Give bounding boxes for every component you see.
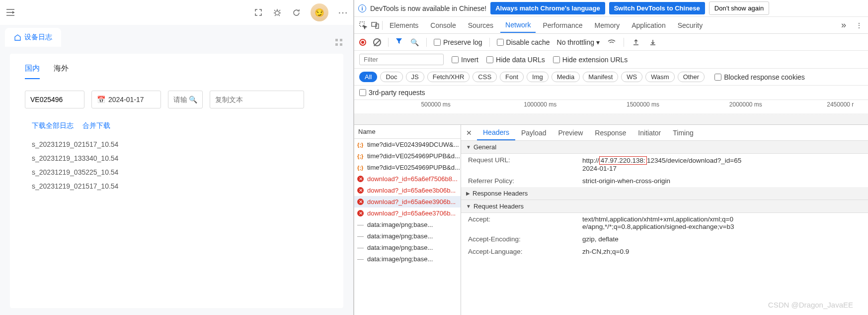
request-row[interactable]: {;}time?did=VE0254969PUPB&d... xyxy=(354,162,461,173)
pill-fetch[interactable]: Fetch/XHR xyxy=(427,72,470,82)
bug-icon[interactable] xyxy=(273,8,282,17)
hide-ext-urls-checkbox[interactable]: Hide extension URLs xyxy=(553,56,628,64)
date-field[interactable]: 📅 2024-01-17 xyxy=(91,91,161,108)
pill-all[interactable]: All xyxy=(359,72,377,82)
banner-text: DevTools is now available in Chinese! xyxy=(370,4,486,12)
tab-memory[interactable]: Memory xyxy=(590,18,625,32)
accept-row: Accept: text/html,application/xhtml+xml,… xyxy=(461,213,868,233)
tab-application[interactable]: Application xyxy=(627,18,671,32)
log-item[interactable]: s_20231219_021517_10.54 xyxy=(32,179,328,193)
pill-other[interactable]: Other xyxy=(678,72,705,82)
tab-headers[interactable]: Headers xyxy=(477,125,515,140)
filter-bar: Invert Hide data URLs Hide extension URL… xyxy=(354,51,868,69)
search-icon[interactable]: 🔍 xyxy=(409,37,419,47)
blocked-cookies-checkbox[interactable]: Blocked response cookies xyxy=(714,73,805,81)
dash-icon: — xyxy=(357,255,364,263)
tab-network[interactable]: Network xyxy=(500,18,536,33)
tab-domestic[interactable]: 国内 xyxy=(25,64,40,79)
download-icon[interactable] xyxy=(648,37,658,47)
general-section[interactable]: ▼General xyxy=(461,141,868,154)
upload-icon[interactable] xyxy=(631,37,641,47)
hide-data-urls-checkbox[interactable]: Hide data URLs xyxy=(486,56,545,64)
close-icon[interactable]: ✕ xyxy=(461,129,477,137)
svg-rect-2 xyxy=(340,39,342,41)
dont-show-button[interactable]: Don't show again xyxy=(709,1,769,15)
tab-elements[interactable]: Elements xyxy=(385,18,423,32)
request-row[interactable]: {;}time?did=VE0243949DCUW&... xyxy=(354,139,461,150)
tab-payload[interactable]: Payload xyxy=(515,126,552,140)
throttling-select[interactable]: No throttling ▾ xyxy=(557,38,600,46)
pill-ws[interactable]: WS xyxy=(621,72,642,82)
tab-security[interactable]: Security xyxy=(673,18,708,32)
request-row[interactable]: {;}time?did=VE0254969PUPB&d... xyxy=(354,150,461,162)
pill-css[interactable]: CSS xyxy=(473,72,497,82)
tab-overseas[interactable]: 海外 xyxy=(54,64,69,79)
switch-chinese-button[interactable]: Switch DevTools to Chinese xyxy=(609,2,705,14)
pill-doc[interactable]: Doc xyxy=(380,72,402,82)
copy-text-input[interactable] xyxy=(215,96,299,104)
device-id-field[interactable] xyxy=(25,91,84,108)
disable-cache-checkbox[interactable]: Disable cache xyxy=(497,38,550,46)
app-grid-icon[interactable] xyxy=(334,38,343,47)
request-row[interactable]: —data:image/png;base... xyxy=(354,242,461,253)
value: zh-CN,zh;q=0.9 xyxy=(582,248,861,255)
copy-text-field[interactable] xyxy=(210,91,304,108)
request-row[interactable]: —data:image/png;base... xyxy=(354,230,461,242)
highlighted-ip: 47.97.220.138: xyxy=(599,156,647,165)
tabs-overflow-icon[interactable]: » xyxy=(838,20,849,30)
tab-response[interactable]: Response xyxy=(589,126,632,140)
request-row[interactable]: ✕download?_id=65a6ef7506b8... xyxy=(354,173,461,185)
device-id-input[interactable] xyxy=(30,96,79,104)
menu-collapse-icon[interactable] xyxy=(6,8,15,17)
tab-performance[interactable]: Performance xyxy=(538,18,587,32)
tab-device-log[interactable]: 设备日志 xyxy=(5,28,61,47)
search-field[interactable]: 🔍 xyxy=(168,91,203,108)
record-button[interactable] xyxy=(359,39,366,46)
log-item[interactable]: s_20231219_035225_10.54 xyxy=(32,165,328,179)
search-icon[interactable]: 🔍 xyxy=(189,96,197,104)
pill-media[interactable]: Media xyxy=(552,72,580,82)
tab-console[interactable]: Console xyxy=(425,18,461,32)
tab-initiator[interactable]: Initiator xyxy=(632,126,667,140)
inspect-icon[interactable] xyxy=(358,20,368,30)
request-row[interactable]: ✕download?_id=65a6ee3b06b... xyxy=(354,185,461,196)
settings-icon[interactable]: ⋮ xyxy=(854,20,864,30)
pill-js[interactable]: JS xyxy=(406,72,424,82)
pill-font[interactable]: Font xyxy=(500,72,524,82)
refresh-icon[interactable] xyxy=(292,8,301,17)
merge-download-link[interactable]: 合并下载 xyxy=(82,121,110,130)
pill-manifest[interactable]: Manifest xyxy=(583,72,618,82)
request-headers-section[interactable]: ▼Request Headers xyxy=(461,200,868,213)
avatar[interactable]: 😏 xyxy=(311,3,328,21)
response-headers-section[interactable]: ▶Response Headers xyxy=(461,187,868,200)
device-toggle-icon[interactable] xyxy=(370,20,380,30)
pill-img[interactable]: Img xyxy=(527,72,549,82)
request-name: time?did=VE0243949DCUW&... xyxy=(367,141,459,148)
wifi-icon[interactable] xyxy=(607,37,617,47)
tab-timing[interactable]: Timing xyxy=(667,126,700,140)
tick: 500000 ms xyxy=(421,101,450,108)
separator xyxy=(624,38,624,47)
log-item[interactable]: s_20231219_021517_10.54 xyxy=(32,137,328,151)
download-all-link[interactable]: 下载全部日志 xyxy=(32,121,74,130)
request-row[interactable]: —data:image/png;base... xyxy=(354,219,461,230)
timeline[interactable]: 500000 ms 1000000 ms 1500000 ms 2000000 … xyxy=(354,100,868,125)
match-language-button[interactable]: Always match Chrome's language xyxy=(490,2,605,14)
tab-preview[interactable]: Preview xyxy=(552,126,589,140)
request-row[interactable]: ✕download?_id=65a6ee3706b... xyxy=(354,208,461,219)
tab-sources[interactable]: Sources xyxy=(463,18,498,32)
invert-checkbox[interactable]: Invert xyxy=(452,56,478,64)
filter-input[interactable] xyxy=(359,54,444,65)
request-row[interactable]: —data:image/png;base... xyxy=(354,253,461,265)
more-icon[interactable]: ⋯ xyxy=(338,8,347,17)
third-party-checkbox[interactable]: 3rd-party requests xyxy=(359,89,863,97)
clear-button[interactable] xyxy=(373,38,381,46)
preserve-log-checkbox[interactable]: Preserve log xyxy=(434,38,482,46)
filter-toggle-icon[interactable] xyxy=(395,38,402,46)
log-item[interactable]: s_20231219_133340_10.54 xyxy=(32,151,328,165)
pill-wasm[interactable]: Wasm xyxy=(645,72,674,82)
name-column-header[interactable]: Name xyxy=(354,125,461,139)
fullscreen-icon[interactable] xyxy=(254,8,263,17)
app-tab-bar: 设备日志 xyxy=(0,25,353,47)
request-row[interactable]: ✕download?_id=65a6ee3906b... xyxy=(354,196,461,208)
